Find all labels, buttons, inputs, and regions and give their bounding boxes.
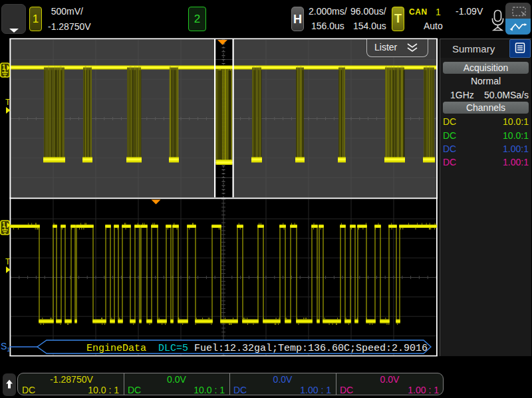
svg-text:S1: S1 <box>1 341 10 353</box>
svg-text:EngineData DLC=5 Fuel:12.32ga: EngineData DLC=5 Fuel:12.32gal;Temp:136.… <box>86 343 428 354</box>
svg-text:T: T <box>5 98 11 107</box>
svg-text:T: T <box>5 257 11 266</box>
